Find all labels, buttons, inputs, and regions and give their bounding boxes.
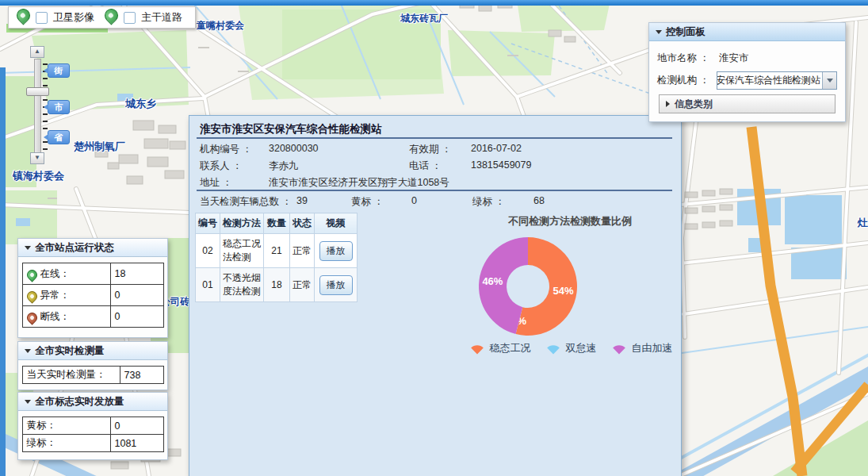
online-value: 18 [110,263,163,285]
table-row: 绿标： 1081 [22,435,163,452]
window-top-edge [0,0,868,6]
layers-toolbar: 卫星影像 主干道路 [8,6,196,29]
yellow-count-label: 黄标 ： [351,195,384,209]
zoom-level-city[interactable]: 市 [48,100,70,114]
legend-item[interactable]: 稳态工况 [468,341,531,355]
info-category-label: 信息类别 [675,98,713,111]
realtime-detection-table: 当天实时检测量： 738 [22,366,164,384]
donut-chart: 54%0%46% [472,231,583,342]
col-header-status: 状态 [290,213,315,234]
row-status: 正常 [290,234,315,268]
dropdown-arrow-icon[interactable] [822,72,836,89]
legend-item[interactable]: 自由加速 [610,341,673,355]
svg-text:54%: 54% [553,285,574,297]
station-status-header[interactable]: 全市站点运行状态 [18,239,167,257]
label-issuance-title: 全市标志实时发放量 [35,395,124,409]
realtime-detection-header[interactable]: 全市实时检测量 [18,342,167,360]
zoom-out-button[interactable]: ▼ [30,152,44,164]
yellow-count-value: 0 [411,195,417,206]
play-button[interactable]: 播放 [319,241,353,261]
table-row: 在线： 18 [22,263,163,285]
row-count: 21 [264,234,290,268]
today-total-value: 39 [296,195,308,206]
map-label-zhenhai: 镇海村委会 [13,169,64,183]
label-issuance-header[interactable]: 全市标志实时发放量 [18,393,167,411]
fan-icon [610,342,629,355]
satellite-checkbox[interactable] [36,12,48,24]
row-method: 稳态工况法检测 [220,234,264,268]
table-row: 断线： 0 [22,306,163,328]
map-label-chengdong: 城东乡 [125,97,156,111]
control-panel-title: 控制面板 [666,25,705,39]
zoom-slider-handle[interactable] [26,87,49,96]
control-panel-header[interactable]: 控制面板 [649,23,845,41]
offline-pin-icon [25,310,39,324]
map-label-village: 童嘴村委会 [197,19,244,33]
green-label: 绿标： [22,435,110,452]
label-issuance-panel: 全市标志实时发放量 黄标： 0 绿标： 1081 [17,392,168,460]
legend-label: 稳态工况 [490,341,531,355]
map-label-zao: 灶 [858,216,868,230]
offline-label: 断线： [40,310,71,324]
station-status-title: 全市站点运行状态 [35,241,114,255]
address-value: 淮安市淮安区经济开发区翔宇大道1058号 [269,176,449,190]
row-id: 01 [196,268,220,302]
green-count-value: 68 [533,195,545,206]
city-name-label: 地市名称 ： [657,52,719,65]
detection-method-table: 编号 检测方法 数量 状态 视频 02 稳态工况法检测 21 正常 播放 01 … [195,213,358,302]
fan-icon [468,342,487,355]
org-no-label: 机构编号 ： [200,143,252,156]
zoom-level-street[interactable]: 街 [48,63,70,78]
satellite-pin-icon [13,6,33,25]
phone-label: 电话 ： [409,159,442,173]
collapse-arrow-icon [25,246,31,250]
phone-value: 13815459079 [471,159,531,171]
play-button[interactable]: 播放 [319,275,353,295]
zoom-level-province[interactable]: 省 [48,130,70,144]
collapse-arrow-icon [25,400,31,404]
green-value: 1081 [110,435,163,452]
popup-title: 淮安市淮安区安保汽车综合性能检测站 [200,122,382,136]
row-count: 18 [264,268,290,302]
fan-icon [544,342,563,355]
abnormal-label: 异常： [40,289,71,302]
zoom-track[interactable] [34,59,41,154]
table-row: 异常： 0 [22,285,163,306]
abnormal-value: 0 [110,285,163,306]
realtime-detection-title: 全市实时检测量 [35,344,105,358]
row-status: 正常 [290,268,315,302]
table-row: 黄标： 0 [22,417,163,435]
legend-item[interactable]: 双怠速 [544,341,597,355]
zoom-in-button[interactable]: ▲ [30,46,44,58]
col-header-id: 编号 [196,213,220,234]
address-label: 地址 ： [200,176,232,190]
col-header-method: 检测方法 [220,213,264,234]
station-status-panel: 全市站点运行状态 在线： 18 异常： 0 断线： 0 [17,238,168,338]
table-row: 01 不透光烟度法检测 18 正常 播放 [196,268,358,302]
chart-legend: 稳态工况 双怠速 自由加速 [431,341,709,355]
table-row: 02 稳态工况法检测 21 正常 播放 [196,234,358,268]
main-road-checkbox[interactable] [124,12,136,24]
agency-select[interactable]: 安保汽车综合性能检测站 [717,71,837,90]
table-row: 当天实时检测量： 738 [22,367,163,384]
map-label-oxygen-plant: 楚州制氧厂 [74,140,125,154]
station-status-table: 在线： 18 异常： 0 断线： 0 [22,263,164,328]
org-no-value: 320800030 [269,143,319,154]
col-header-video: 视频 [315,213,358,234]
agency-label: 检测机构 ： [657,74,717,87]
window-left-edge [0,67,6,476]
contact-label: 联系人 ： [200,159,242,173]
info-category-bar[interactable]: 信息类别 [659,94,835,113]
realtime-detection-panel: 全市实时检测量 当天实时检测量： 738 [17,341,168,390]
main-road-label: 主干道路 [141,10,182,25]
online-label: 在线： [40,267,71,281]
today-realtime-value: 738 [120,367,163,384]
agency-select-value: 安保汽车综合性能检测站 [717,74,822,87]
legend-label: 双怠速 [566,341,597,355]
collapse-arrow-icon [656,30,662,34]
label-issuance-table: 黄标： 0 绿标： 1081 [22,416,164,452]
offline-value: 0 [110,306,163,328]
legend-label: 自由加速 [632,341,673,355]
abnormal-pin-icon [25,289,39,303]
city-name-value: 淮安市 [719,52,749,65]
